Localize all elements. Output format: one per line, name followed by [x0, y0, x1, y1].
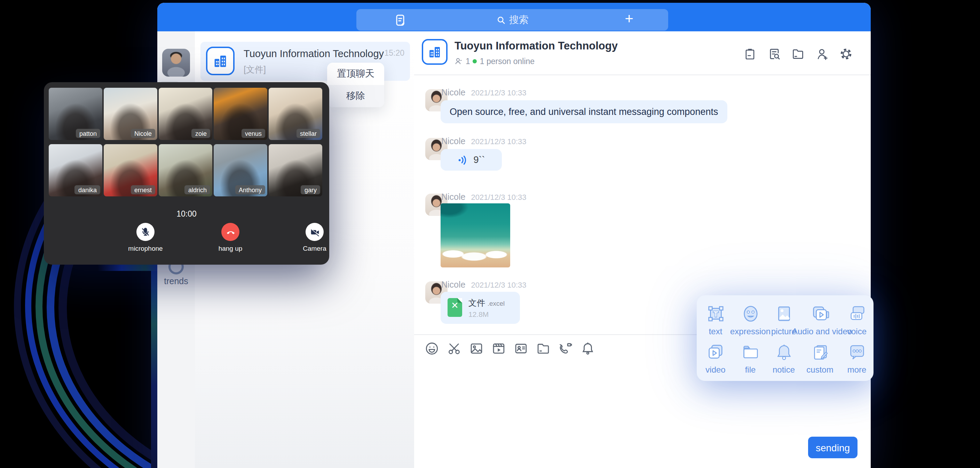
message-type-panel: text expression picture Audio and video … — [697, 295, 873, 381]
participant-tile[interactable]: gary — [269, 144, 322, 196]
voice-duration: 9`` — [474, 155, 485, 165]
online-dot — [473, 59, 477, 63]
contact-card-icon[interactable] — [514, 341, 528, 356]
file-name: 文件 .excel — [468, 297, 504, 309]
search-bar[interactable]: 搜索 + — [356, 9, 668, 30]
participant-tile[interactable]: stellar — [269, 88, 322, 140]
panel-item-voice[interactable]: voice — [829, 304, 885, 336]
participant-name: aldrich — [185, 185, 210, 194]
message-time: 2021/12/3 10:33 — [471, 193, 527, 201]
chat-header-actions — [743, 47, 853, 61]
mic-off-icon — [141, 227, 150, 237]
send-button[interactable]: sending — [808, 437, 858, 458]
message-time: 2021/12/3 10:33 — [471, 137, 527, 145]
picture-icon[interactable] — [469, 341, 484, 356]
participant-tile[interactable]: venus — [214, 88, 267, 140]
search-icon — [496, 15, 506, 25]
sender-name: Nicole — [441, 136, 466, 146]
image-message-beach[interactable] — [441, 203, 510, 267]
participant-tile[interactable]: zoie — [159, 88, 212, 140]
building-icon — [212, 53, 228, 69]
sender-name: Nicole — [441, 280, 466, 290]
file-ext: .excel — [488, 299, 505, 307]
video-icon — [706, 343, 725, 361]
emoji-icon[interactable] — [425, 341, 439, 356]
chat-panel: Tuoyun Information Technology 1 1 person… — [414, 31, 871, 468]
folder-icon[interactable] — [536, 341, 550, 356]
picture-icon — [774, 304, 793, 323]
file-message-bubble[interactable]: ✕ 文件 .excel 12.8M — [441, 292, 520, 324]
group-avatar — [422, 39, 447, 65]
panel-item-more[interactable]: more — [829, 343, 885, 375]
message-time: 2021/12/3 10:33 — [471, 88, 527, 97]
participant-name: ernest — [131, 185, 155, 194]
sender-name: Nicole — [441, 88, 466, 97]
video-call-icon[interactable] — [558, 341, 573, 356]
conversation-title: Tuoyun Information Technology — [243, 48, 387, 59]
participant-tile[interactable]: ernest — [104, 144, 157, 196]
sender-name: Nicole — [441, 192, 466, 202]
participant-name: Nicole — [131, 129, 155, 138]
camera-label: Camera — [290, 244, 339, 252]
camera-toggle-button[interactable] — [305, 223, 324, 241]
members-icon — [455, 57, 463, 65]
hang-up-label: hang up — [206, 244, 255, 252]
participant-name: venus — [242, 129, 265, 138]
member-count: 1 — [466, 57, 470, 65]
participant-tile[interactable]: danika — [49, 144, 102, 196]
online-status: 1 person online — [480, 57, 535, 65]
message-bubble[interactable]: Open source, free, and universal instant… — [441, 100, 727, 123]
participant-tile[interactable]: Anthony — [214, 144, 267, 196]
participant-tile[interactable]: aldrich — [159, 144, 212, 196]
menu-item-remove[interactable]: 移除 — [327, 85, 384, 107]
chat-subtitle: 1 1 person online — [455, 57, 535, 65]
add-member-icon[interactable] — [815, 47, 829, 61]
file-size: 12.8M — [468, 310, 488, 318]
conversation-time: 15:20 — [384, 49, 404, 57]
conversation-last-message: [文件] — [243, 64, 266, 76]
nav-item-trends[interactable]: trends — [157, 276, 195, 286]
microphone-toggle-button[interactable] — [137, 223, 154, 241]
chat-history-icon[interactable] — [767, 47, 781, 61]
building-icon — [427, 45, 442, 59]
microphone-label: microphone — [121, 244, 170, 252]
menu-item-pin-chat[interactable]: 置顶聊天 — [327, 63, 384, 85]
participant-name: patton — [76, 129, 100, 138]
voice-message-bubble[interactable]: 9`` — [441, 149, 502, 171]
call-timer: 10:00 — [44, 209, 329, 218]
page: 搜索 + trends — [0, 0, 980, 468]
camera-off-icon — [309, 227, 320, 237]
search-placeholder: 搜索 — [509, 14, 529, 26]
video-clapper-icon[interactable] — [492, 341, 506, 356]
group-files-icon[interactable] — [791, 47, 805, 61]
participant-tile[interactable]: patton — [49, 88, 102, 140]
more-icon — [847, 343, 866, 361]
participant-name: Anthony — [235, 185, 265, 194]
my-avatar[interactable] — [162, 49, 190, 77]
text-icon — [706, 304, 725, 323]
screenshot-scissors-icon[interactable] — [447, 341, 461, 356]
settings-icon[interactable] — [839, 47, 853, 61]
add-button[interactable]: + — [625, 10, 633, 27]
bg-ribbon-edge — [151, 263, 157, 468]
top-bar: 搜索 + — [157, 3, 871, 31]
participant-name: stellar — [296, 129, 320, 138]
audio-video-icon — [811, 304, 829, 323]
participant-tile[interactable]: Nicole — [104, 88, 157, 140]
notice-bell-icon — [774, 343, 793, 361]
search-input[interactable]: 搜索 — [356, 9, 668, 30]
participant-name: gary — [301, 185, 320, 194]
notice-board-icon[interactable] — [743, 47, 757, 61]
participant-name: zoie — [192, 129, 210, 138]
hang-up-button[interactable] — [221, 223, 239, 241]
participant-name: danika — [75, 185, 100, 194]
custom-icon — [811, 343, 829, 361]
voice-icon — [847, 304, 866, 323]
message-time: 2021/12/3 10:33 — [471, 281, 527, 289]
group-avatar — [206, 47, 235, 75]
notification-bell-icon[interactable] — [581, 341, 595, 356]
hang-up-icon — [225, 227, 235, 237]
context-menu: 置顶聊天 移除 — [327, 63, 384, 107]
chat-title: Tuoyun Information Technology — [455, 40, 618, 52]
chat-header: Tuoyun Information Technology 1 1 person… — [414, 31, 871, 75]
